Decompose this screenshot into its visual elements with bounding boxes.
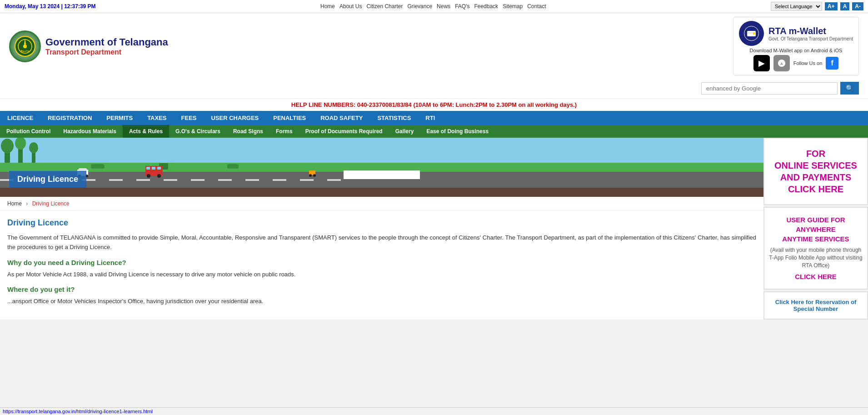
main-navigation: LICENCE REGISTRATION PERMITS TAXES FEES … [0,111,868,125]
nav-about[interactable]: About Us [339,3,362,10]
subnav-pollution[interactable]: Pollution Control [0,125,57,138]
sub-navigation: Pollution Control Hazardous Materials Ac… [0,125,868,138]
svg-text:తెలంగాణ: తెలంగాణ [20,50,30,53]
breadcrumb-current: Driving Licence [32,200,70,207]
nav-fees[interactable]: FEES [174,111,204,125]
svg-point-47 [309,174,312,177]
org-name: Government of Telangana [45,36,168,48]
article-p2: As per Motor Vehicle Act 1988, a valid D… [7,270,756,280]
search-button[interactable]: 🔍 [840,82,859,95]
app-store-button[interactable]: A [773,55,790,71]
subnav-gos[interactable]: G.O's & Circulars [169,125,227,138]
page-banner: Driving Licence [0,138,763,197]
subnav-acts-rules[interactable]: Acts & Rules [123,125,169,138]
svg-point-40 [147,174,150,178]
svg-rect-17 [0,163,763,172]
subnav-forms[interactable]: Forms [269,125,299,138]
online-services-text: FOR ONLINE SERVICES AND PAYMENTS CLICK H… [769,148,863,195]
top-nav: Home About Us Citizen Charter Grievance … [320,3,546,10]
nav-penalties[interactable]: PENALTIES [266,111,313,125]
user-guide-sub: (Avail with your mobile phone through T-… [769,246,863,269]
svg-rect-28 [164,179,177,181]
wallet-apps: ▶ A Follow Us on f [753,55,839,71]
wallet-icon [739,21,764,46]
subnav-proof-docs[interactable]: Proof of Documents Required [299,125,389,138]
nav-road-safety[interactable]: ROAD SAFETY [313,111,370,125]
nav-rti[interactable]: RTI [418,111,442,125]
svg-rect-32 [273,179,286,181]
nav-news[interactable]: News [437,3,450,10]
svg-rect-35 [0,188,763,197]
user-guide-box[interactable]: USER GUIDE FOR ANYWHERE ANYTIME SERVICES… [763,207,868,290]
user-guide-cta: CLICK HERE [769,272,863,281]
online-services-box[interactable]: FOR ONLINE SERVICES AND PAYMENTS CLICK H… [763,138,868,205]
logo-area: తెలంగాణ Government of Telangana Transpor… [9,30,168,62]
svg-point-12 [1,139,14,153]
article-intro: The Government of TELANGANA is committed… [7,233,756,252]
nav-home[interactable]: Home [320,3,335,10]
svg-rect-29 [191,179,205,181]
helpline-text: HELP LINE NUMBERS: 040-23370081/83/84 (1… [291,101,577,108]
svg-rect-20 [227,164,239,169]
nav-licence[interactable]: LICENCE [0,111,40,125]
content-wrapper: Driving Licence Home › Driving Licence D… [0,138,868,320]
sidebar: FOR ONLINE SERVICES AND PAYMENTS CLICK H… [763,138,868,320]
reservation-text: Click Here for Reservation of Special Nu… [769,299,863,312]
subnav-ease-business[interactable]: Ease of Doing Business [420,125,495,138]
banner-image [0,138,763,197]
follow-text: Follow Us on [793,60,823,66]
breadcrumb-separator: › [26,200,28,207]
svg-rect-27 [136,179,150,181]
svg-point-41 [157,174,161,178]
nav-statistics[interactable]: STATISTICS [370,111,418,125]
font-normal-button[interactable]: A [840,2,850,10]
svg-rect-10 [0,138,763,163]
banner-title: Driving Licence [9,171,86,188]
wallet-download-text: Download M-Wallet app on Android & iOS [750,48,843,53]
nav-feedback[interactable]: Feedback [474,3,498,10]
svg-rect-31 [245,179,259,181]
nav-charter[interactable]: Citizen Charter [366,3,403,10]
facebook-icon[interactable]: f [826,57,838,70]
svg-rect-30 [218,179,232,181]
header: తెలంగాణ Government of Telangana Transpor… [0,13,868,79]
nav-taxes[interactable]: TAXES [140,111,174,125]
nav-grievance[interactable]: Grievance [407,3,432,10]
article-h2: Why do you need a Driving Licence? [7,259,756,266]
nav-permits[interactable]: PERMITS [99,111,140,125]
svg-point-8 [753,33,755,35]
breadcrumb-home[interactable]: Home [7,200,22,207]
subnav-road-signs[interactable]: Road Signs [227,125,269,138]
svg-point-3 [23,45,27,48]
nav-sitemap[interactable]: Sitemap [503,3,523,10]
article-p3: ...ansport Office or Motor Vehicles Insp… [7,297,756,306]
svg-text:A: A [780,62,783,66]
svg-rect-39 [157,167,161,170]
svg-rect-33 [300,179,314,181]
subnav-gallery[interactable]: Gallery [389,125,420,138]
subnav-hazardous[interactable]: Hazardous Materials [57,125,123,138]
language-select[interactable]: Select Language [771,2,822,11]
article-content: Driving Licence The Government of TELANG… [0,211,763,318]
reservation-box[interactable]: Click Here for Reservation of Special Nu… [763,291,868,320]
svg-rect-37 [146,167,150,170]
font-increase-button[interactable]: A+ [825,2,838,10]
svg-rect-38 [152,167,155,170]
nav-registration[interactable]: REGISTRATION [40,111,99,125]
wallet-subtitle: Govt. Of Telangana Transport Department [768,36,853,41]
svg-rect-26 [109,179,123,181]
svg-point-48 [313,174,316,177]
google-play-button[interactable]: ▶ [753,55,770,71]
nav-contact[interactable]: Contact [527,3,546,10]
svg-rect-18 [91,164,105,169]
wallet-area: RTA m-Wallet Govt. Of Telangana Transpor… [733,17,859,75]
date-display: Monday, May 13 2024 | 12:37:39 PM [5,3,96,10]
search-area: 🔍 [0,79,868,98]
nav-faq[interactable]: FAQ's [455,3,469,10]
main-content: Driving Licence Home › Driving Licence D… [0,138,763,320]
nav-user-charges[interactable]: USER CHARGES [204,111,266,125]
helpline-bar: HELP LINE NUMBERS: 040-23370081/83/84 (1… [0,98,868,111]
search-input[interactable] [701,82,838,95]
user-guide-title: USER GUIDE FOR ANYWHERE ANYTIME SERVICES [769,215,863,244]
font-decrease-button[interactable]: A- [852,2,863,10]
